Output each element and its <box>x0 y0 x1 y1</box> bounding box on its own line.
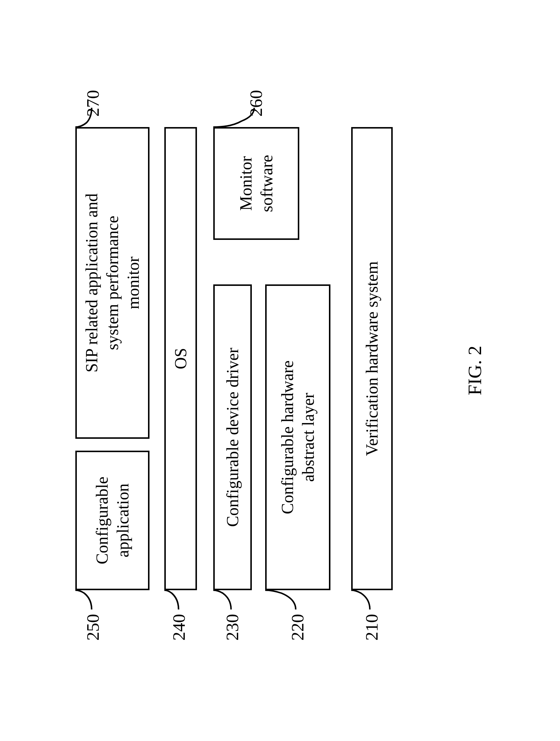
box-hw-abstract: Configurable hardware abstract layer <box>265 284 330 590</box>
figure-caption: FIG. 2 <box>464 346 486 395</box>
label-250: 250 <box>83 614 103 641</box>
box-device-driver: Configurable device driver <box>213 284 252 590</box>
label-240: 240 <box>169 614 189 641</box>
leader-220 <box>265 589 298 609</box>
leader-240 <box>164 589 182 609</box>
box-sip-monitor: SIP related application and system perfo… <box>75 127 150 439</box>
label-210: 210 <box>362 614 382 641</box>
box-monitor-software: Monitor software <box>213 127 299 240</box>
box-os: OS <box>164 127 197 590</box>
box-configurable-application: Configurable application <box>75 451 150 590</box>
label-220: 220 <box>288 614 308 641</box>
leader-230 <box>213 589 234 609</box>
leader-260 <box>213 108 258 129</box>
label-230: 230 <box>222 614 243 641</box>
leader-250 <box>75 589 96 609</box>
leader-270 <box>75 108 96 129</box>
leader-210 <box>351 589 372 609</box>
box-verification-hw: Verification hardware system <box>351 127 393 590</box>
architecture-diagram: Configurable application SIP related app… <box>58 59 502 682</box>
